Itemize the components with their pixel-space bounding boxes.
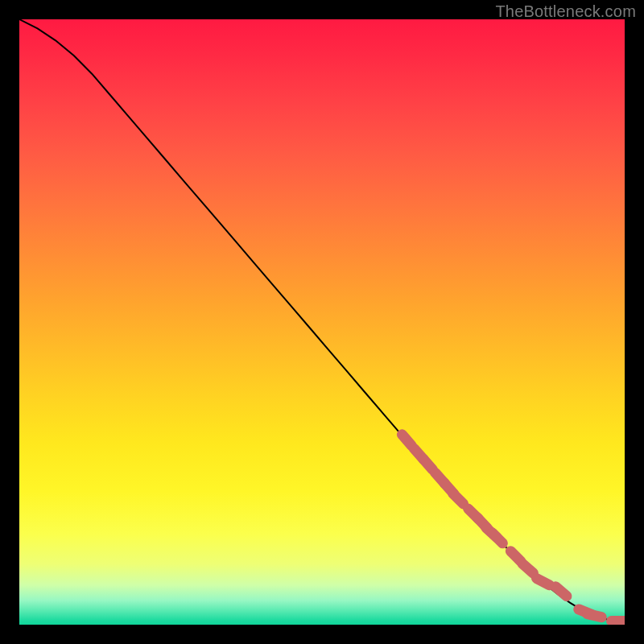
data-marker: [423, 459, 433, 470]
watermark-text: TheBottleneck.com: [495, 2, 636, 21]
gradient-background: [19, 19, 625, 625]
data-marker: [522, 564, 534, 573]
data-marker: [453, 493, 464, 504]
data-marker: [493, 533, 503, 543]
data-marker: [588, 614, 602, 617]
data-marker: [537, 578, 550, 584]
data-marker: [402, 435, 411, 446]
chart-plot: [19, 19, 625, 625]
data-marker: [555, 587, 567, 597]
